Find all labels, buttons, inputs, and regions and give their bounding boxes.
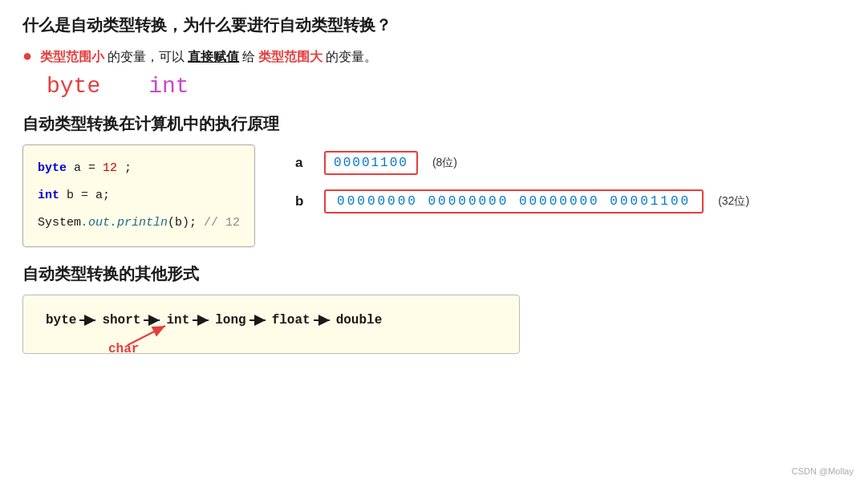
chain-arrow-3 bbox=[248, 314, 270, 327]
bit-row-a: a 00001100 (8位) bbox=[295, 151, 749, 175]
chain-item-double: double bbox=[336, 313, 383, 327]
chain-item-long: long bbox=[215, 313, 245, 327]
type-int: int bbox=[148, 74, 189, 99]
bullet-text1: 类型范围小 bbox=[40, 49, 104, 66]
bullet-text4: 给 bbox=[242, 49, 255, 66]
page-title: 什么是自动类型转换，为什么要进行自动类型转换？ bbox=[22, 14, 846, 36]
type-examples-row: byte int bbox=[47, 74, 846, 99]
code-line1: byte a = 12 ; bbox=[38, 157, 240, 181]
code-line2: int b = a; bbox=[38, 184, 240, 208]
code-println-rest: (b); bbox=[168, 216, 204, 230]
bit-box-a: 00001100 bbox=[324, 151, 418, 175]
section3-title: 自动类型转换的其他形式 bbox=[22, 263, 846, 285]
section2-body: byte a = 12 ; int b = a; System.out.prin… bbox=[22, 144, 846, 247]
bit-size-a: (8位) bbox=[432, 156, 457, 170]
bullet-text3: 直接赋值 bbox=[188, 49, 239, 66]
code-system: System bbox=[38, 216, 81, 230]
code-a-var: a = bbox=[67, 161, 103, 175]
chain-arrow-0 bbox=[78, 314, 100, 327]
bullet-line: ● 类型范围小 的变量，可以 直接赋值 给 类型范围大 的变量。 bbox=[22, 47, 846, 66]
code-line1-rest: ; bbox=[117, 161, 132, 175]
chain-char-label: char bbox=[108, 342, 139, 356]
section2-title: 自动类型转换在计算机中的执行原理 bbox=[22, 113, 846, 135]
code-line3: System.out.println(b); // 12 bbox=[38, 211, 240, 235]
type-byte: byte bbox=[47, 74, 100, 99]
bullet-text5: 类型范围大 bbox=[258, 49, 322, 66]
bullet-text6: 的变量。 bbox=[326, 49, 377, 66]
code-println: .println bbox=[110, 216, 168, 230]
bit-row-b: b 00000000 00000000 00000000 00001100 (3… bbox=[295, 189, 749, 214]
code-block: byte a = 12 ; int b = a; System.out.prin… bbox=[22, 144, 255, 247]
code-12-num: 12 bbox=[103, 161, 117, 175]
chain-arrow-4 bbox=[312, 314, 335, 327]
code-comment: // 12 bbox=[204, 216, 240, 230]
code-int-kw: int bbox=[38, 189, 59, 202]
code-b-var: b = a; bbox=[59, 189, 110, 202]
bullet-text2: 的变量，可以 bbox=[107, 49, 185, 66]
bit-box-b: 00000000 00000000 00000000 00001100 bbox=[324, 189, 704, 214]
bit-label-b: b bbox=[295, 193, 313, 209]
bits-panel: a 00001100 (8位) b 00000000 00000000 0000… bbox=[295, 144, 749, 214]
chain-item-byte: byte bbox=[46, 313, 76, 327]
footer: CSDN @Mollay bbox=[792, 466, 854, 476]
bit-label-a: a bbox=[295, 155, 313, 171]
chain-arrow-2 bbox=[191, 314, 213, 327]
code-byte-kw: byte bbox=[38, 161, 67, 175]
bullet-dot: ● bbox=[22, 47, 32, 63]
chain-box: byteshortintlongfloatdouble char bbox=[22, 295, 520, 354]
chain-item-float: float bbox=[272, 313, 310, 327]
code-out: .out bbox=[81, 216, 110, 230]
bit-size-b: (32位) bbox=[718, 194, 749, 209]
chain-row: byteshortintlongfloatdouble bbox=[46, 313, 497, 327]
